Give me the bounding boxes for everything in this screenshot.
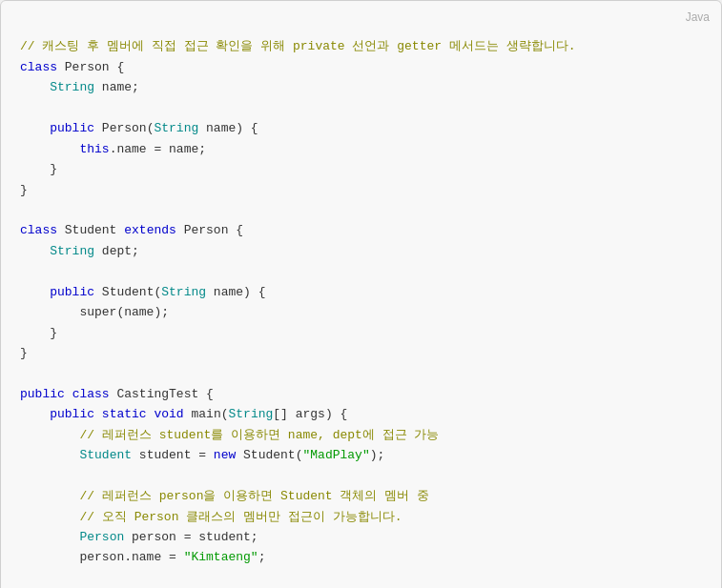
keyword-public-1: public [50,121,94,135]
string-literal-2: "Kimtaeng" [184,550,258,564]
keyword-public-3: public [20,387,65,401]
keyword-this: this [79,142,109,156]
code-editor-window: Java // 캐스팅 후 멤버에 직접 접근 확인을 위해 private 선… [0,0,722,588]
comment-line-1: // 캐스팅 후 멤버에 직접 접근 확인을 위해 private 선언과 ge… [20,39,575,53]
keyword-extends: extends [124,223,176,237]
language-badge: Java [686,9,710,28]
comment-line-3: // 레퍼런스 person을 이용하면 Student 객체의 멤버 중 [79,489,429,503]
string-literal-1: "MadPlay" [302,448,369,462]
code-content: // 캐스팅 후 멤버에 직접 접근 확인을 위해 private 선언과 ge… [20,16,702,588]
comment-line-4: // 오직 Person 클래스의 멤버만 접근이 가능합니다. [79,510,402,524]
keyword-class-3: class [72,387,110,401]
type-string-1: String [50,80,94,94]
comment-line-2: // 레퍼런스 student를 이용하면 name, dept에 접근 가능 [79,428,439,442]
keyword-public-2: public [50,285,94,299]
keyword-class-1: class [20,60,57,74]
keyword-class-2: class [20,223,57,237]
